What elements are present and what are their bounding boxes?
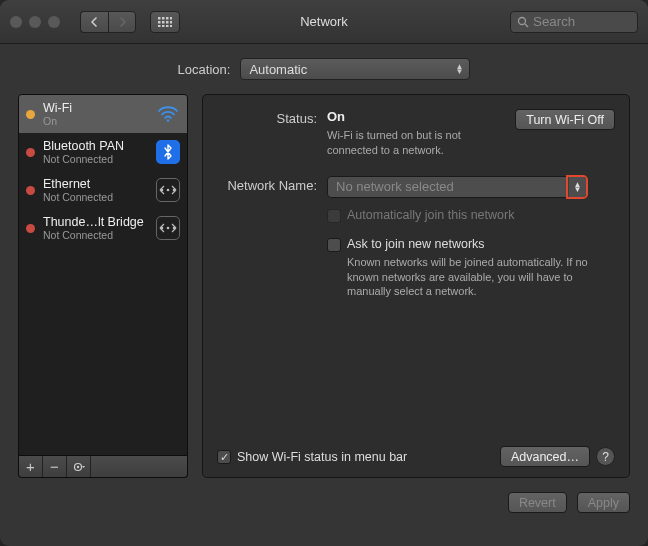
add-service-button[interactable]: + (19, 456, 43, 477)
location-label: Location: (178, 62, 231, 77)
back-button[interactable] (80, 11, 108, 33)
svg-point-16 (167, 189, 170, 192)
status-dot-icon (26, 224, 35, 233)
wifi-icon (156, 102, 180, 126)
revert-button[interactable]: Revert (508, 492, 567, 513)
updown-caret-icon: ▲▼ (568, 177, 586, 197)
svg-rect-8 (158, 25, 161, 27)
svg-rect-1 (162, 17, 165, 20)
svg-rect-2 (166, 17, 169, 20)
svg-rect-9 (162, 25, 165, 27)
apply-button[interactable]: Apply (577, 492, 630, 513)
service-status: Not Connected (43, 191, 148, 203)
service-item-ethernet[interactable]: Ethernet Not Connected (19, 171, 187, 209)
bluetooth-icon (156, 140, 180, 164)
svg-point-19 (167, 227, 170, 230)
ask-join-checkbox[interactable] (327, 238, 341, 252)
service-status: Not Connected (43, 229, 148, 241)
detail-panel: Status: On Wi-Fi is turned on but is not… (202, 94, 630, 478)
service-status: On (43, 115, 148, 127)
search-icon (517, 16, 529, 28)
nav-buttons (80, 11, 136, 33)
location-popup[interactable]: Automatic ▲▼ (240, 58, 470, 80)
svg-point-12 (519, 17, 526, 24)
network-prefs-window: Network Location: Automatic ▲▼ (0, 0, 648, 546)
close-window-button[interactable] (10, 16, 22, 28)
svg-rect-10 (166, 25, 169, 27)
location-value: Automatic (249, 62, 307, 77)
search-input[interactable] (533, 14, 623, 29)
content: Location: Automatic ▲▼ Wi-Fi On (0, 44, 648, 523)
status-label: Status: (217, 109, 327, 126)
thunderbolt-bridge-icon (156, 216, 180, 240)
auto-join-label: Automatically join this network (347, 208, 514, 222)
gear-icon (72, 461, 86, 473)
ask-join-label: Ask to join new networks (347, 237, 597, 251)
service-item-thunderbolt-bridge[interactable]: Thunde…lt Bridge Not Connected (19, 209, 187, 247)
service-name: Thunde…lt Bridge (43, 215, 148, 229)
status-dot-icon (26, 186, 35, 195)
network-name-value: No network selected (336, 179, 454, 194)
footer-buttons: Revert Apply (18, 478, 630, 513)
status-dot-icon (26, 110, 35, 119)
svg-line-13 (525, 24, 528, 27)
service-list[interactable]: Wi-Fi On Bluetooth PAN Not Connected (18, 94, 188, 456)
titlebar: Network (0, 0, 648, 44)
ask-join-subtext: Known networks will be joined automatica… (347, 255, 597, 300)
remove-service-button[interactable]: − (43, 456, 67, 477)
svg-rect-0 (158, 17, 161, 20)
forward-button[interactable] (108, 11, 136, 33)
svg-point-14 (167, 119, 170, 122)
service-sidebar: Wi-Fi On Bluetooth PAN Not Connected (18, 94, 188, 478)
status-subtext: Wi-Fi is turned on but is not connected … (327, 128, 505, 158)
service-name: Ethernet (43, 177, 148, 191)
auto-join-checkbox (327, 209, 341, 223)
window-controls (10, 16, 60, 28)
svg-rect-3 (170, 17, 172, 20)
location-row: Location: Automatic ▲▼ (18, 58, 630, 80)
svg-rect-5 (162, 21, 165, 24)
show-menu-checkbox[interactable]: ✓ (217, 450, 231, 464)
show-all-button[interactable] (150, 11, 180, 33)
search-field[interactable] (510, 11, 638, 33)
service-item-bluetooth-pan[interactable]: Bluetooth PAN Not Connected (19, 133, 187, 171)
updown-caret-icon: ▲▼ (453, 64, 465, 74)
service-item-wifi[interactable]: Wi-Fi On (19, 95, 187, 133)
svg-rect-11 (170, 25, 172, 27)
zoom-window-button[interactable] (48, 16, 60, 28)
network-name-popup[interactable]: No network selected ▲▼ (327, 176, 587, 198)
service-name: Bluetooth PAN (43, 139, 148, 153)
network-name-label: Network Name: (217, 176, 327, 193)
service-status: Not Connected (43, 153, 148, 165)
advanced-button[interactable]: Advanced… (500, 446, 590, 467)
panels: Wi-Fi On Bluetooth PAN Not Connected (18, 94, 630, 478)
show-menu-label: Show Wi-Fi status in menu bar (237, 450, 407, 464)
status-value: On (327, 109, 345, 124)
turn-wifi-off-button[interactable]: Turn Wi-Fi Off (515, 109, 615, 130)
svg-rect-6 (166, 21, 169, 24)
sidebar-footer: + − (18, 456, 188, 478)
status-dot-icon (26, 148, 35, 157)
ask-join-row: Ask to join new networks Known networks … (327, 237, 615, 300)
minimize-window-button[interactable] (29, 16, 41, 28)
ethernet-icon (156, 178, 180, 202)
service-name: Wi-Fi (43, 101, 148, 115)
service-actions-button[interactable] (67, 456, 91, 477)
auto-join-row: Automatically join this network (327, 208, 615, 223)
svg-point-22 (76, 465, 78, 467)
help-button[interactable]: ? (596, 447, 615, 466)
svg-rect-7 (170, 21, 172, 24)
svg-rect-4 (158, 21, 161, 24)
